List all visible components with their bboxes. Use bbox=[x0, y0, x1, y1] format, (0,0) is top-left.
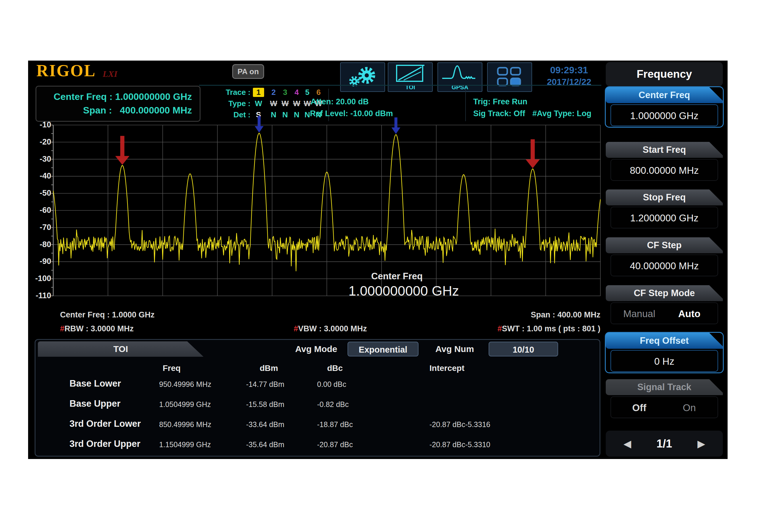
trace-label: Trace : bbox=[226, 88, 250, 97]
trace-det-4: N bbox=[291, 110, 302, 119]
avg-mode-label: Avg Mode bbox=[295, 344, 337, 354]
softkey-value: 1.2000000 GHz bbox=[611, 207, 718, 228]
trace-det-3: N bbox=[279, 110, 291, 119]
softkey-label: Start Freq bbox=[606, 142, 723, 158]
center-span-readout: Center Freq : 1.000000000 GHz Span : 400… bbox=[35, 86, 200, 122]
softkey-option-on[interactable]: On bbox=[666, 397, 713, 419]
y-axis-label: -110 bbox=[29, 291, 51, 300]
softkey-option-manual[interactable]: Manual bbox=[615, 303, 663, 325]
ref-level-readout: Ref Level: -10.00 dBm bbox=[310, 109, 393, 118]
toi-col-header: dBm bbox=[260, 364, 278, 373]
spectrum-plot-svg bbox=[53, 125, 600, 296]
red-arrow-marker bbox=[115, 136, 129, 165]
entry-overlay-label: Center Freq bbox=[352, 271, 441, 282]
avg-type-readout: #Avg Type: Log bbox=[532, 109, 592, 118]
softkey-menu: Frequency Center Freq1.0000000 GHzStart … bbox=[605, 61, 728, 459]
toi-cell: 850.49996 MHz bbox=[159, 420, 211, 429]
red-arrow-marker bbox=[526, 139, 540, 168]
pa-on-badge: PA on bbox=[232, 64, 264, 79]
swt-coupled-flag: # bbox=[498, 324, 502, 333]
lxi-logo: LXI bbox=[103, 69, 117, 79]
y-axis-label: -50 bbox=[29, 189, 51, 198]
avg-mode-value-button[interactable]: Exponential bbox=[347, 342, 419, 356]
trace-type-3: W bbox=[279, 99, 291, 108]
trace-type-1: W bbox=[253, 99, 264, 108]
time-display: 09:29:31 bbox=[544, 65, 594, 76]
softkey-cf-step-mode[interactable]: CF Step ModeManualAuto bbox=[606, 285, 723, 325]
sig-track-readout: Sig Track: Off bbox=[473, 109, 525, 118]
toi-panel: TOI Avg Mode Exponential Avg Num 10/10 F… bbox=[35, 339, 600, 457]
softkey-stop-freq[interactable]: Stop Freq1.2000000 GHz bbox=[606, 189, 723, 229]
anno-span: Span : 400.00 MHz bbox=[472, 310, 600, 319]
softkey-option-off[interactable]: Off bbox=[615, 397, 663, 419]
toi-col-header: Freq bbox=[163, 364, 181, 373]
softkey-cf-step[interactable]: CF Step40.000000 MHz bbox=[606, 237, 723, 277]
trace-5: 5 bbox=[302, 88, 313, 97]
trig-readout: Trig: Free Run bbox=[473, 97, 527, 106]
trace-det-label: Det : bbox=[226, 110, 250, 119]
center-freq-readout: Center Freq : 1.000000000 GHz bbox=[54, 91, 192, 102]
y-axis-label: -80 bbox=[29, 240, 51, 249]
trace-type-2: W bbox=[268, 99, 279, 108]
trace-4: 4 bbox=[291, 88, 302, 97]
toi-cell: Base Lower bbox=[69, 378, 121, 389]
toi-table-row: Base Lower950.49996 MHz-14.77 dBm0.00 dB… bbox=[35, 378, 598, 391]
menu-title: Frequency bbox=[606, 62, 723, 86]
y-axis-label: -90 bbox=[29, 257, 51, 266]
span-readout: Span : 400.000000 MHz bbox=[83, 105, 192, 116]
entry-overlay-value: 1.000000000 GHz bbox=[321, 283, 487, 299]
softkey-start-freq[interactable]: Start Freq800.00000 MHz bbox=[606, 142, 723, 181]
analyzer-screen: RIGOL LXI PA on TOI bbox=[28, 61, 728, 459]
softkey-freq-offset[interactable]: Freq Offset0 Hz bbox=[606, 333, 723, 372]
header-separator bbox=[199, 85, 601, 86]
toi-cell: 0.00 dBc bbox=[317, 380, 346, 389]
toi-cell: -15.58 dBm bbox=[246, 400, 284, 409]
trace-1: 1 bbox=[253, 88, 264, 97]
gpsa-icon bbox=[438, 63, 481, 84]
anno-center-freq: Center Freq : 1.0000 GHz bbox=[60, 310, 155, 319]
toi-col-header: dBc bbox=[327, 364, 343, 373]
toi-cell: -33.64 dBm bbox=[246, 420, 284, 429]
trace-6: 6 bbox=[313, 88, 324, 97]
toi-cell: 1.0504999 GHz bbox=[159, 400, 211, 409]
anno-vbw: #VBW : 3.0000 MHz bbox=[294, 324, 367, 333]
rbw-coupled-flag: # bbox=[60, 324, 64, 333]
toi-cell: 3rd Order Lower bbox=[69, 419, 141, 429]
system-settings-button[interactable] bbox=[340, 62, 385, 92]
softkey-value: 0 Hz bbox=[611, 350, 718, 372]
toi-cell: -14.77 dBm bbox=[246, 380, 284, 389]
y-axis-label: -60 bbox=[29, 206, 51, 215]
window-layout-button[interactable] bbox=[487, 62, 532, 92]
avg-num-value-button[interactable]: 10/10 bbox=[489, 342, 558, 356]
toi-cell: -20.87 dBc bbox=[317, 440, 353, 449]
softkey-signal-track[interactable]: Signal TrackOffOn bbox=[606, 379, 723, 419]
toi-icon bbox=[389, 63, 431, 84]
next-page-button[interactable]: ▶ bbox=[688, 431, 715, 457]
anno-swt: #SWT : 1.00 ms ( pts : 801 ) bbox=[436, 324, 600, 333]
softkey-center-freq[interactable]: Center Freq1.0000000 GHz bbox=[606, 87, 723, 127]
y-axis-label: -70 bbox=[29, 223, 51, 232]
gpsa-mode-button[interactable]: GPSA bbox=[438, 62, 483, 92]
header-divider-2 bbox=[465, 89, 466, 121]
softkey-label: CF Step Mode bbox=[606, 285, 723, 301]
y-axis-label: -40 bbox=[29, 171, 51, 181]
rigol-logo: RIGOL bbox=[36, 61, 96, 80]
trace-2: 2 bbox=[268, 88, 279, 97]
screenshot-page: RIGOL LXI PA on TOI bbox=[0, 0, 769, 532]
softkey-value: 40.000000 MHz bbox=[611, 254, 718, 276]
spectrum-plot bbox=[53, 125, 600, 296]
softkey-value: 1.0000000 GHz bbox=[611, 104, 718, 126]
anno-rbw: #RBW : 3.0000 MHz bbox=[60, 324, 134, 333]
toi-tab[interactable]: TOI bbox=[38, 341, 203, 357]
softkey-label: CF Step bbox=[606, 237, 723, 253]
toi-measure-button[interactable]: TOI bbox=[388, 62, 433, 92]
softkey-label: Freq Offset bbox=[606, 333, 723, 349]
toi-cell: 1.1504999 GHz bbox=[159, 440, 211, 449]
windows-grid-icon bbox=[488, 63, 530, 90]
softkey-value: ManualAuto bbox=[611, 302, 718, 324]
y-axis-label: -100 bbox=[29, 274, 51, 283]
softkey-option-auto[interactable]: Auto bbox=[666, 303, 713, 325]
toi-table-row: 3rd Order Lower850.49996 MHz-33.64 dBm-1… bbox=[35, 419, 598, 432]
toi-cell: -35.64 dBm bbox=[246, 440, 284, 449]
toi-col-header: Intercept bbox=[430, 364, 464, 373]
